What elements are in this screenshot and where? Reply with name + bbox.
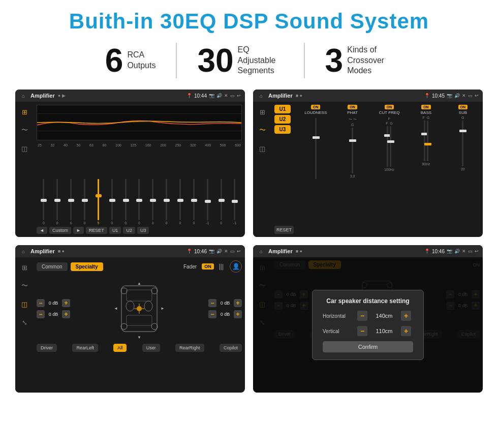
bass-slider-g[interactable]	[427, 121, 428, 161]
tab-common[interactable]: Common	[37, 262, 68, 271]
speaker-icon-3[interactable]: ◫	[18, 298, 30, 310]
eq-slider-10[interactable]: 0	[174, 179, 186, 225]
fader-rearleft-btn[interactable]: RearLeft	[72, 344, 98, 352]
eq-screen: ⌂ Amplifier ● ▶ 📍 10:44 📷 🔊 ✕ ▭ ↩ ⊞ 〜 ◫	[15, 89, 245, 237]
fader-user-btn[interactable]: User	[142, 344, 160, 352]
fader-all-btn[interactable]: All	[113, 344, 127, 352]
fader-time: 10:46	[194, 249, 207, 254]
db-minus-fl[interactable]: −	[37, 299, 45, 307]
eq-slider-12[interactable]: -1	[201, 179, 213, 225]
fader-content: Common Specialty Fader ON ||| 👤 −	[34, 257, 245, 393]
eq-slider-5[interactable]: 0	[106, 179, 118, 225]
eq-topbar: ⌂ Amplifier ● ▶ 📍 10:44 📷 🔊 ✕ ▭ ↩	[15, 89, 245, 102]
eq-icon-3[interactable]: ⊞	[18, 261, 30, 274]
eq-slider-4[interactable]: 5	[92, 179, 104, 225]
eq-next-btn[interactable]: ►	[73, 227, 84, 234]
bass-on[interactable]: ON	[421, 105, 431, 109]
eq-slider-3[interactable]: 0	[79, 179, 91, 225]
fader-tabs: Common Specialty Fader ON ||| 👤	[37, 260, 242, 273]
fader-driver-btn[interactable]: Driver	[37, 344, 57, 352]
db-control-rl: − 0 dB +	[37, 310, 70, 318]
wave-icon[interactable]: 〜	[18, 124, 30, 136]
eq-slider-8[interactable]: 0	[147, 179, 159, 225]
phat-on[interactable]: ON	[348, 105, 357, 109]
horizontal-plus[interactable]: +	[401, 311, 411, 321]
svg-point-6	[126, 301, 134, 311]
confirm-button[interactable]: Confirm	[323, 341, 413, 352]
camera-icon-3: 📷	[209, 249, 214, 254]
crossover-body: ⊞ 〜 ◫ U1 U2 U3 RESET	[253, 102, 483, 237]
preset-u1[interactable]: U1	[274, 105, 291, 113]
channel-area: ON LOUDNESS ON PHAT 〜〜	[299, 105, 480, 234]
eq-reset-btn[interactable]: RESET	[86, 227, 107, 234]
stat-rca-number: 6	[105, 44, 123, 77]
fader-profile-icon[interactable]: 👤	[230, 260, 242, 273]
eq-slider-6[interactable]: 0	[119, 179, 132, 225]
page-title: Buith-in 30EQ DSP Sound System	[15, 9, 483, 34]
loudness-slider[interactable]	[315, 118, 317, 179]
phat-slider[interactable]	[352, 128, 353, 173]
volume-icon-4: 🔊	[454, 249, 460, 254]
close-icon-2: ✕	[462, 93, 466, 98]
vertical-plus[interactable]: +	[401, 326, 411, 336]
db-plus-fr[interactable]: +	[234, 299, 242, 307]
eq-bottom-bar: ◄ Custom ► RESET U1 U2 U3	[37, 227, 242, 234]
cutfreq-slider-g[interactable]	[390, 126, 391, 167]
db-minus-rl[interactable]: −	[37, 310, 45, 318]
eq-icon[interactable]: ⊞	[18, 106, 30, 118]
fader-copilot-btn[interactable]: Copilot	[220, 344, 242, 352]
cutfreq-slider-f[interactable]	[387, 126, 388, 167]
crossover-topbar: ⌂ Amplifier ■ ● 📍 10:45 📷 🔊 ✕ ▭ ↩	[253, 89, 483, 102]
eq-u3-btn[interactable]: U3	[137, 227, 149, 234]
bass-channel: ON BASS F G 90Hz	[409, 105, 443, 166]
eq-slider-2[interactable]: 0	[65, 179, 77, 225]
eq-slider-9[interactable]: 0	[161, 179, 173, 225]
phat-label: PHAT	[347, 110, 358, 115]
preset-u2[interactable]: U2	[274, 115, 291, 124]
fader-rearright-btn[interactable]: RearRight	[175, 344, 204, 352]
horizontal-minus[interactable]: −	[357, 311, 367, 321]
wave-icon-2[interactable]: 〜	[256, 124, 268, 136]
db-value-rr: 0 dB	[218, 312, 232, 317]
fader-sidebar: ⊞ 〜 ◫ ⤡	[15, 257, 34, 393]
fader-sliders-icon: |||	[219, 263, 224, 270]
db-minus-fr[interactable]: −	[208, 299, 216, 307]
svg-rect-5	[127, 315, 152, 325]
dialog-title: Car speaker distance setting	[323, 297, 413, 305]
bass-slider-f[interactable]	[424, 121, 425, 161]
crossover-reset-btn[interactable]: RESET	[274, 226, 294, 234]
sub-on[interactable]: ON	[458, 105, 468, 109]
arrows-icon[interactable]: ⤡	[18, 316, 30, 328]
vertical-minus[interactable]: −	[357, 326, 367, 336]
tab-specialty[interactable]: Specialty	[71, 262, 103, 271]
fader-topbar: ⌂ Amplifier ■ ● 📍 10:46 📷 🔊 ✕ ▭ ↩	[15, 245, 245, 257]
eq-slider-13[interactable]: 0	[215, 179, 227, 225]
sub-slider[interactable]	[462, 121, 463, 166]
preset-u3[interactable]: U3	[274, 125, 291, 134]
eq-slider-1[interactable]: 0	[51, 179, 64, 225]
eq-slider-7[interactable]: 0	[133, 179, 145, 225]
db-plus-fl[interactable]: +	[62, 299, 70, 307]
loudness-on[interactable]: ON	[311, 105, 321, 109]
window-icon-3: ▭	[230, 249, 235, 254]
db-plus-rl[interactable]: +	[62, 310, 70, 318]
speaker-icon-2[interactable]: ◫	[256, 142, 268, 155]
location-icon: 📍	[186, 93, 192, 98]
eq-slider-11[interactable]: 0	[188, 179, 200, 225]
close-icon-4: ✕	[462, 249, 466, 254]
eq-prev-btn[interactable]: ◄	[37, 227, 47, 234]
cutfreq-on[interactable]: ON	[385, 105, 394, 109]
eq-slider-0[interactable]: 0	[38, 179, 50, 225]
db-control-fr: − 0 dB +	[208, 299, 242, 307]
fader-on-badge[interactable]: ON	[202, 263, 214, 270]
db-plus-rr[interactable]: +	[234, 310, 242, 318]
eq-icon-2[interactable]: ⊞	[256, 106, 268, 118]
eq-slider-14[interactable]: -1	[229, 179, 241, 225]
eq-u2-btn[interactable]: U2	[123, 227, 135, 234]
distance-screen: ⌂ Amplifier ■ ● 📍 10:46 📷 🔊 ✕ ▭ ↩ ⊞ 〜	[253, 245, 483, 393]
eq-u1-btn[interactable]: U1	[109, 227, 121, 234]
speaker-icon[interactable]: ◫	[18, 142, 30, 155]
distance-topbar-title: Amplifier	[268, 248, 293, 254]
wave-icon-3[interactable]: 〜	[18, 280, 30, 292]
db-minus-rr[interactable]: −	[208, 310, 216, 318]
